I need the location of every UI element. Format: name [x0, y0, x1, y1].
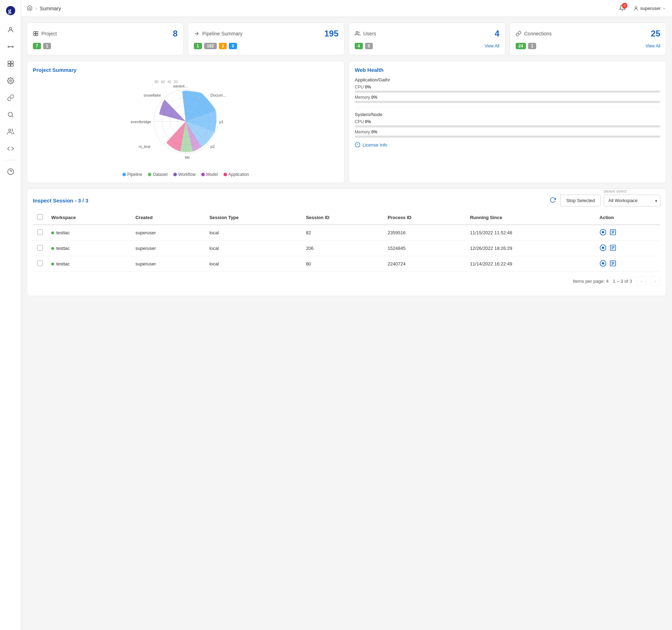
stop-session-button-2[interactable] [599, 260, 607, 268]
users-card-title: Users [363, 31, 376, 36]
status-dot-0 [51, 231, 54, 234]
cell-session-type-1: local [205, 241, 302, 256]
radar-chart: saxaut... Docum... p1 p2 tac rs_test eve… [33, 77, 338, 169]
svg-point-51 [602, 231, 604, 233]
sidebar-item-dashboard[interactable] [4, 57, 18, 71]
sidebar-item-link[interactable] [4, 91, 18, 105]
refresh-button[interactable] [548, 195, 557, 206]
license-info-link[interactable]: License Info [355, 142, 660, 148]
svg-rect-17 [34, 31, 35, 33]
svg-text:20: 20 [174, 80, 178, 84]
svg-text:tac: tac [185, 155, 190, 159]
logs-button-2[interactable] [609, 260, 616, 268]
svg-line-12 [12, 116, 13, 118]
sidebar-item-pipeline[interactable] [4, 40, 18, 54]
logs-button-1[interactable] [609, 244, 616, 252]
cell-action-0 [595, 225, 660, 241]
connections-card: Connections 25 24 1 View All [510, 23, 666, 55]
connections-badges: 24 1 [516, 43, 536, 49]
sidebar-item-users[interactable] [4, 125, 18, 139]
sidebar-item-search[interactable] [4, 108, 18, 122]
select-all-checkbox[interactable] [37, 214, 43, 220]
app-memory-bar [355, 101, 660, 103]
svg-point-3 [8, 46, 9, 47]
web-health-card: Web Health Application/Gathr CPU 0% Memo… [349, 61, 666, 183]
items-per-page-label: Items per page: 4 [573, 279, 609, 284]
cell-session-id-2: 80 [302, 256, 383, 272]
system-memory-bar [355, 136, 660, 138]
users-badge-active: 4 [355, 43, 363, 49]
connections-card-title: Connections [524, 31, 552, 36]
row-checkbox-0[interactable] [37, 229, 43, 235]
svg-point-22 [356, 31, 358, 33]
svg-text:rs_test: rs_test [139, 144, 150, 149]
users-view-all-link[interactable]: View All [485, 44, 499, 48]
connections-view-all-link[interactable]: View All [645, 44, 660, 48]
prev-page-button[interactable]: ‹ [636, 276, 646, 286]
svg-rect-9 [11, 64, 13, 67]
license-info-label: License Info [363, 142, 387, 148]
svg-text:eventbridge: eventbridge [131, 120, 151, 124]
cell-running-since-0: 11/15/2022 11:52:48 [466, 225, 595, 241]
svg-text:saxaut...: saxaut... [173, 84, 188, 88]
pipeline-badge-2: 192 [204, 43, 217, 49]
svg-point-13 [8, 129, 11, 132]
cell-session-type-2: local [205, 256, 302, 272]
svg-rect-20 [36, 34, 38, 36]
notification-badge: 0 [622, 3, 627, 8]
cell-action-2 [595, 256, 660, 272]
stop-session-button-1[interactable] [599, 244, 607, 252]
stop-session-button-0[interactable] [599, 229, 607, 237]
pipeline-badges: 1 192 2 0 [194, 43, 338, 49]
users-badges: 4 0 [355, 43, 373, 49]
system-memory-label: Memory 0% [355, 130, 660, 134]
pagination-range: 1 – 3 of 3 [613, 279, 632, 284]
pipeline-badge-4: 0 [229, 43, 237, 49]
header: › Summary 0 superuser [21, 0, 672, 17]
svg-point-57 [602, 247, 604, 249]
notification-bell[interactable]: 0 [619, 4, 626, 12]
next-page-button[interactable]: › [650, 276, 660, 286]
project-summary-card: Project Summary [27, 61, 344, 183]
svg-text:40: 40 [167, 80, 172, 84]
app-logo[interactable]: g [4, 4, 17, 17]
chart-legend: Pipeline Dataset Workflow Model [33, 172, 338, 177]
app-gathr-section: Application/Gathr CPU 0% Memory 0% [355, 77, 660, 103]
cell-process-id-2: 2240724 [383, 256, 466, 272]
page-title: Summary [40, 6, 61, 11]
user-menu[interactable]: superuser [633, 6, 666, 11]
pipeline-badge-3: 2 [219, 43, 227, 49]
svg-text:60: 60 [161, 80, 165, 84]
home-icon[interactable] [27, 5, 33, 12]
col-session-type: Session Type [205, 211, 302, 225]
connections-badge-inactive: 1 [528, 43, 536, 49]
sidebar-item-code[interactable] [4, 142, 18, 156]
sidebar-item-settings[interactable] [4, 74, 18, 88]
sidebar-item-help[interactable] [4, 165, 18, 179]
inspect-title: Inspect Session - 3 / 3 [33, 197, 88, 204]
sidebar: g [0, 0, 21, 630]
stop-selected-button[interactable]: Stop Selected [560, 195, 601, 206]
sidebar-item-profile[interactable] [4, 23, 18, 37]
two-col-section: Project Summary [27, 61, 666, 183]
cell-running-since-2: 11/14/2022 16:22:49 [466, 256, 595, 272]
web-health-title: Web Health [355, 67, 660, 73]
table-row: testtac superuser local 80 2240724 11/14… [33, 256, 660, 272]
row-checkbox-2[interactable] [37, 260, 43, 266]
svg-point-16 [635, 6, 637, 8]
users-card-count: 4 [495, 29, 499, 39]
row-checkbox-1[interactable] [37, 245, 43, 251]
project-card-title: Project [41, 31, 57, 36]
logs-button-0[interactable] [609, 229, 616, 237]
svg-text:Docum...: Docum... [210, 93, 226, 97]
col-created: Created [131, 211, 205, 225]
col-action: Action [595, 211, 660, 225]
cell-process-id-0: 2359516 [383, 225, 466, 241]
inspect-session-card: Inspect Session - 3 / 3 Stop Selected pl… [27, 189, 666, 296]
sidebar-divider [5, 160, 16, 160]
workspace-select[interactable]: All Workspace [604, 195, 660, 206]
svg-text:p1: p1 [219, 120, 224, 124]
sessions-table: Workspace Created Session Type Session I… [33, 211, 660, 272]
legend-workflow: Workflow [173, 172, 196, 177]
cell-created-1: superuser [131, 241, 205, 256]
